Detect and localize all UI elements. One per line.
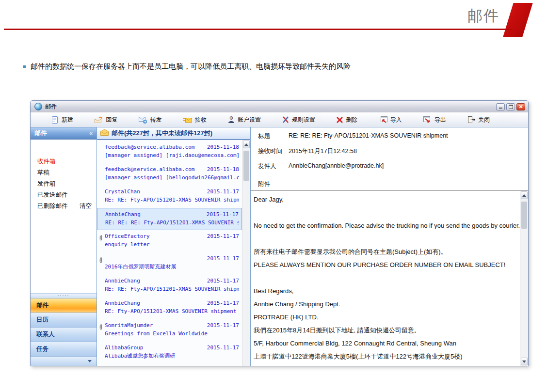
mail-list-item[interactable]: AnnbieChang2015-11-17RE: RE: Fty-APO/151…	[97, 275, 242, 297]
mail-item-row: AnnbieChang2015-11-17	[105, 299, 239, 307]
scroll-down-button[interactable]	[521, 358, 528, 365]
maximize-button[interactable]	[506, 103, 515, 110]
sidebar-collapse-button[interactable]: «	[89, 130, 93, 137]
mail-list-item[interactable]: CrystalChan2015-11-17RE: RE: Fty-APO/151…	[97, 186, 242, 208]
forward-icon	[138, 116, 147, 124]
body-paragraph	[254, 232, 516, 245]
window-titlebar[interactable]: 邮件 ✕	[31, 101, 528, 113]
sidebar-title: 邮件	[34, 129, 47, 138]
toolbar-button-rules[interactable]: 规则设置	[280, 115, 317, 125]
mail-list-header: 邮件(共227封，其中未读邮件127封)	[97, 127, 250, 140]
toolbar-button-label: 规则设置	[292, 116, 315, 124]
reading-pane: 标题RE: RE: RE: Fty-APO/151201-XMAS SOUVEN…	[251, 127, 528, 366]
mail-item-row: OfficeEfactory2015-11-17	[105, 233, 239, 240]
mail-list-item[interactable]: OfficeEfactory2015-11-17enquiry letter	[97, 230, 242, 252]
mail-sender: AnnbieChang	[105, 277, 140, 284]
mail-item-row: feedback@service.alibaba.com2015-11-18	[105, 143, 239, 151]
reading-scrollbar[interactable]	[520, 191, 528, 366]
folder-label: 已发送邮件	[37, 189, 68, 201]
mail-item-row: 2015-11-17	[105, 255, 239, 262]
mail-list-item[interactable]: AlibabaGroup2015-11-17Alibaba诚邀您参加有奖调研	[97, 342, 242, 364]
mail-subject: [manager assigned] [bellogodwin266@gmail…	[105, 174, 239, 181]
mail-list-items: feedback@service.alibaba.com2015-11-18[m…	[97, 141, 242, 366]
mail-list-item[interactable]: 2015-11-172016年白俄罗斯明斯克建材展	[97, 252, 242, 275]
toolbar-button-label: 导出	[434, 116, 446, 124]
mail-list-item[interactable]: AnnbieChang2015-11-17RE: Fty-APO/151201-…	[97, 297, 242, 319]
reading-fields: 标题RE: RE: RE: Fty-APO/151201-XMAS SOUVEN…	[251, 127, 528, 191]
app-globe-icon	[34, 103, 42, 110]
toolbar-button-close[interactable]: 关闭	[466, 115, 491, 125]
mail-date: 2015-11-17	[207, 211, 239, 218]
nav-band-3[interactable]: 任务	[31, 342, 97, 356]
body-paragraph: Dear Jagy,	[254, 193, 516, 206]
mail-subject: RE: RE: Fty-APO/151201-XMAS SOUVENIR shi…	[105, 285, 239, 293]
folder-item-3[interactable]: 已发送邮件	[31, 189, 97, 201]
mail-list-item[interactable]: feedback@service.alibaba.com2015-11-18[m…	[97, 141, 242, 163]
close-window-button[interactable]: ✕	[516, 103, 525, 110]
body-paragraph: 我們在2015年8月14日搬到以下地址, 請通知快遞公司留意。	[254, 324, 516, 337]
folder-item-0[interactable]: 收件箱	[31, 156, 97, 167]
window-title: 邮件	[45, 103, 57, 111]
toolbar: 新建回复转发接收账户设置规则设置删除导入导出关闭	[31, 112, 528, 127]
bullet-row: 邮件的数据统一保存在服务器上而不是员工电脑，可以降低员工离职、电脑损坏导致邮件丢…	[23, 62, 351, 71]
mail-list-item[interactable]: feedback@service.alibaba.com2015-11-17	[97, 364, 242, 366]
toolbar-button-delete[interactable]: 删除	[335, 115, 359, 125]
field-value: AnnbieChang[annbie@protrade.hk]	[289, 162, 384, 177]
toolbar-button-export[interactable]: 导出	[421, 115, 448, 125]
toolbar-button-forward[interactable]: 转发	[137, 115, 163, 125]
toolbar-button-label: 账户设置	[238, 116, 261, 124]
mail-subject: RE: Fty-APO/151201-XMAS SOUVENIR shipmen…	[105, 308, 239, 315]
mail-list-count: 邮件(共227封，其中未读邮件127封)	[112, 129, 212, 138]
scroll-down-icon	[522, 361, 526, 363]
folder-label: 已删除邮件	[37, 201, 68, 212]
nav-band-2[interactable]: 联系人	[31, 327, 97, 342]
field-value: RE: RE: RE: Fty-APO/151201-XMAS SOUVENIR…	[289, 132, 448, 147]
mail-date: 2015-11-17	[207, 322, 239, 329]
chevron-down-icon	[88, 360, 92, 362]
mail-date: 2015-11-18	[207, 143, 239, 151]
toolbar-button-label: 关闭	[478, 116, 490, 124]
mail-subject: [manager assigned] [raji.daou@emecosa.co…	[105, 152, 239, 159]
toolbar-button-receive[interactable]: 接收	[181, 115, 208, 125]
mail-list-item[interactable]: SomritaMajumder2015-11-17Greetings from …	[97, 319, 242, 342]
body-paragraph: PLEASE ALWAYS MENTION OUR PURCHASE ORDER…	[254, 258, 516, 271]
nav-band-0[interactable]: 邮件	[31, 298, 97, 313]
toolbar-button-reply[interactable]: 回复	[93, 115, 119, 125]
minimize-button[interactable]	[496, 103, 505, 110]
folder-action-clear[interactable]: 清空	[80, 201, 92, 212]
body-paragraph: No need to get the confirmation. Please …	[254, 219, 516, 232]
window-controls: ✕	[496, 103, 525, 110]
mail-subject: enquiry letter	[105, 241, 239, 248]
field-value: 2015年11月17日12:42:58	[289, 147, 357, 162]
toolbar-button-import[interactable]: 导入	[377, 115, 403, 125]
toolbar-button-new[interactable]: 新建	[49, 115, 75, 125]
sidebar: 邮件 « 收件箱草稿发件箱已发送邮件已删除邮件清空 ····· 邮件日历联系人任…	[31, 127, 97, 366]
folder-item-1[interactable]: 草稿	[31, 167, 97, 178]
delete-icon	[336, 116, 343, 124]
mail-date: 2015-11-17	[207, 233, 239, 240]
mail-sender: feedback@service.alibaba.com	[105, 166, 194, 173]
minimize-icon	[499, 108, 502, 109]
mail-item-row: AlibabaGroup2015-11-17	[105, 344, 239, 351]
mail-list-item[interactable]: AnnbieChang2015-11-17RE: RE: RE: Fty-APO…	[97, 208, 242, 230]
nav-band-1[interactable]: 日历	[31, 313, 97, 327]
scroll-up-button[interactable]	[243, 141, 250, 148]
toolbar-button-label: 转发	[150, 116, 161, 124]
sidebar-splitter[interactable]: ·····	[31, 293, 97, 298]
mail-date: 2015-11-18	[207, 166, 239, 173]
mail-subject: RE: RE: RE: Fty-APO/151201-XMAS SOUVENIR…	[105, 219, 239, 226]
scroll-up-button[interactable]	[521, 191, 528, 199]
toolbar-button-label: 新建	[62, 116, 73, 124]
scrollbar-thumb[interactable]	[521, 202, 527, 229]
nav-overflow-band[interactable]	[31, 356, 97, 366]
mail-date: 2015-11-17	[207, 188, 239, 195]
folder-item-2[interactable]: 发件箱	[31, 178, 97, 189]
nav-band-label: 联系人	[36, 330, 55, 339]
folder-item-4[interactable]: 已删除邮件清空	[31, 201, 97, 212]
toolbar-button-account[interactable]: 账户设置	[226, 115, 262, 125]
mail-list-body: feedback@service.alibaba.com2015-11-18[m…	[97, 140, 250, 366]
mail-list-scrollbar[interactable]	[242, 140, 250, 366]
import-icon	[379, 116, 388, 124]
scrollbar-thumb[interactable]	[243, 151, 249, 181]
mail-list-item[interactable]: feedback@service.alibaba.com2015-11-18[m…	[97, 163, 242, 186]
